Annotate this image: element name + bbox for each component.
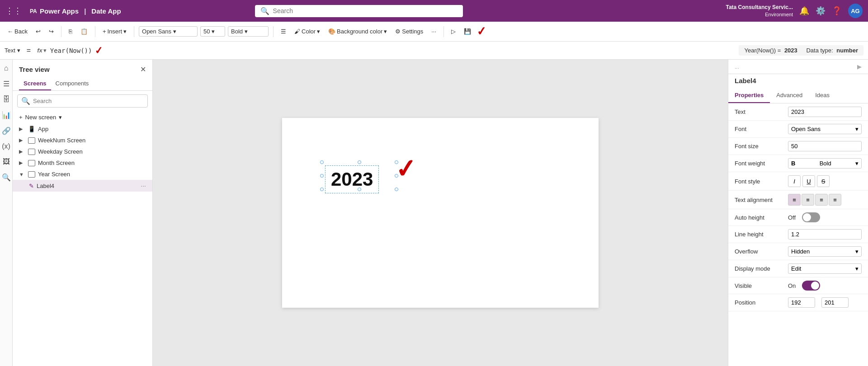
global-search-box[interactable]: 🔍 [255, 5, 463, 17]
expand-panel-icon[interactable]: ▶ [857, 63, 862, 70]
handle-br[interactable] [395, 188, 398, 191]
avatar[interactable]: AG [848, 4, 863, 18]
home-icon[interactable]: ⌂ [4, 64, 9, 72]
preview-button[interactable]: ▷ [448, 26, 458, 37]
tree-item-year[interactable]: ▼ Year Screen [13, 169, 152, 180]
prop-position-x-input[interactable] [788, 297, 815, 308]
apps-grid-icon[interactable]: ⋮⋮ [5, 6, 22, 16]
result-prefix: Year(Now()) = [744, 47, 781, 54]
label4-name: Label4 [37, 183, 138, 189]
settings-button[interactable]: ⚙ Settings [392, 26, 426, 37]
connections-icon[interactable]: 🔗 [2, 127, 11, 135]
italic-button[interactable]: I [788, 175, 801, 187]
align-center-button[interactable]: ≡ [802, 194, 814, 206]
canvas-area: 2023 ✓ [153, 60, 728, 366]
formula-result: Year(Now()) = 2023 Data type: number [739, 45, 863, 56]
env-name: Tata Consultancy Servic... [726, 4, 793, 11]
help-icon[interactable]: ❓ [832, 6, 842, 16]
prop-fontsize-input[interactable] [788, 141, 862, 151]
auto-height-toggle[interactable] [802, 212, 820, 222]
back-button[interactable]: ← Back [5, 26, 30, 37]
display-mode-selector[interactable]: Edit ▾ [788, 263, 862, 274]
screens-icon[interactable]: ☰ [3, 80, 9, 88]
prop-position-y-input[interactable] [821, 297, 849, 308]
undo-button[interactable]: ↩ [33, 26, 43, 37]
paste-button[interactable]: 📋 [78, 26, 90, 37]
analytics-icon[interactable]: 📊 [2, 111, 11, 119]
visible-on-label: On [788, 282, 796, 289]
prop-lineheight-input[interactable] [788, 229, 862, 239]
search-input[interactable] [273, 7, 458, 14]
variables-icon[interactable]: (x) [2, 142, 10, 150]
font-selector[interactable]: Open Sans ▾ [139, 26, 198, 37]
more-options-button[interactable]: ··· [429, 26, 439, 37]
fx-icon: fx [37, 47, 42, 54]
tab-advanced[interactable]: Advanced [770, 88, 809, 103]
more-options-icon[interactable]: ··· [141, 182, 146, 189]
align-left-button[interactable]: ≡ [788, 194, 801, 206]
handle-ml[interactable] [320, 174, 324, 178]
redo-button[interactable]: ↪ [46, 26, 57, 37]
font-size-selector[interactable]: 50 ▾ [200, 26, 225, 37]
tab-components[interactable]: Components [51, 77, 94, 90]
tree-item-weekday[interactable]: ▶ Weekday Screen [13, 146, 152, 157]
prop-visible-label: Visible [735, 282, 784, 289]
prop-text-input[interactable] [788, 107, 862, 117]
tree-item-month[interactable]: ▶ Month Screen [13, 157, 152, 169]
visible-toggle[interactable] [802, 281, 820, 291]
bold-icon: B [791, 160, 795, 167]
underline-button[interactable]: U [802, 175, 815, 187]
settings-gear-icon[interactable]: ⚙️ [816, 6, 826, 16]
chevron-down-icon: ▾ [855, 248, 859, 255]
insert-button[interactable]: + Insert ▾ [100, 26, 129, 37]
tree-item-weeknum[interactable]: ▶ WeekNum Screen [13, 135, 152, 146]
font-weight-selector[interactable]: Bold ▾ [228, 26, 269, 37]
search-icon[interactable]: 🔍 [2, 173, 11, 182]
fx-label: fx ▾ [37, 47, 47, 54]
media-icon[interactable]: 🖼 [3, 158, 10, 166]
color-label: Color [302, 28, 316, 35]
font-selector[interactable]: Open Sans ▾ [788, 124, 862, 134]
tab-screens[interactable]: Screens [19, 77, 51, 90]
handle-tc[interactable] [358, 160, 361, 164]
copy-button[interactable]: ⎘ [66, 26, 75, 37]
formula-text: Year(Now()) [50, 47, 92, 54]
new-screen-button[interactable]: + New screen ▾ [13, 111, 152, 123]
tab-ideas[interactable]: Ideas [809, 88, 836, 103]
env-label: Environment [726, 11, 793, 18]
notification-icon[interactable]: 🔔 [799, 6, 809, 16]
chevron-down-icon: ▾ [317, 28, 320, 35]
align-justify-button[interactable]: ≡ [829, 194, 841, 206]
chevron-down-icon: ▾ [855, 126, 859, 132]
font-style-buttons: I U S [788, 175, 830, 187]
tree-search-box[interactable]: 🔍 [17, 94, 148, 108]
right-panel: ... ▶ Label4 Properties Advanced Ideas T… [728, 60, 868, 366]
handle-tl[interactable] [320, 160, 324, 164]
tree-close-button[interactable]: ✕ [140, 65, 146, 74]
separator1 [61, 26, 61, 37]
font-value: Open Sans [142, 28, 171, 35]
formula-input[interactable]: Year(Now()) ✓ [50, 45, 732, 56]
prop-text-align: Text alignment ≡ ≡ ≡ ≡ [728, 191, 868, 209]
tree-search-input[interactable] [33, 98, 144, 104]
chevron-down-icon: ▾ [17, 47, 20, 54]
tab-properties[interactable]: Properties [728, 88, 770, 103]
strikethrough-button[interactable]: S [817, 175, 830, 187]
handle-bl[interactable] [320, 188, 324, 191]
overflow-selector[interactable]: Hidden ▾ [788, 246, 862, 257]
align-right-button[interactable]: ≡ [815, 194, 828, 206]
text-align-button[interactable]: ☰ [278, 26, 289, 37]
screen-icon [28, 149, 35, 155]
label4-element[interactable]: 2023 [325, 165, 379, 193]
color-button[interactable]: 🖌 Color ▾ [292, 26, 323, 37]
property-selector[interactable]: Text ▾ [5, 47, 20, 54]
screen-icon [28, 137, 35, 144]
tree-item-label4[interactable]: ✎ Label4 ··· [13, 180, 152, 192]
font-weight-selector[interactable]: B Bold ▾ [788, 158, 862, 169]
data-type-value: number [836, 47, 858, 54]
save-button[interactable]: 💾 [461, 26, 474, 37]
prop-font-weight: Font weight B Bold ▾ [728, 155, 868, 172]
tree-item-app[interactable]: ▶ 📱 App [13, 123, 152, 135]
data-icon[interactable]: 🗄 [3, 95, 10, 103]
background-color-button[interactable]: 🎨 Background color ▾ [326, 26, 390, 37]
